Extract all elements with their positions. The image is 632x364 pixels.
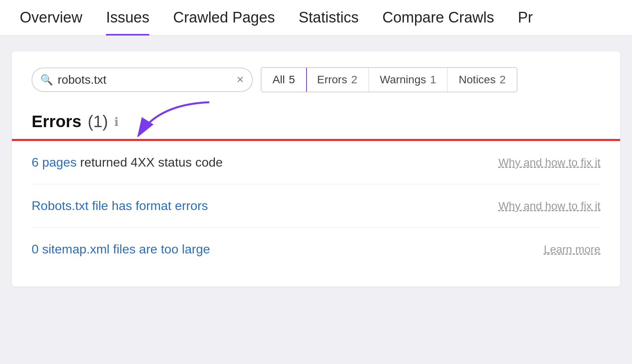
main-content: 🔍 ✕ All 5 Errors 2 Warnings 1 Noti: [0, 36, 632, 302]
fix-link-sitemap[interactable]: Learn more: [544, 243, 600, 256]
tab-statistics[interactable]: Statistics: [287, 0, 371, 36]
tab-issues[interactable]: Issues: [94, 0, 161, 36]
clear-icon[interactable]: ✕: [236, 74, 244, 85]
tab-overview[interactable]: Overview: [8, 0, 94, 36]
search-icon: 🔍: [40, 74, 53, 86]
issue-row-robots: Robots.txt file has format errors Why an…: [32, 184, 600, 228]
section-header: Errors (1) ℹ: [32, 112, 600, 131]
search-input[interactable]: [58, 73, 231, 86]
filter-notices[interactable]: Notices 2: [448, 68, 517, 92]
filter-all[interactable]: All 5: [261, 67, 307, 92]
fix-link-robots[interactable]: Why and how to fix it: [498, 200, 600, 212]
tab-pr[interactable]: Pr: [506, 0, 545, 36]
content-card: 🔍 ✕ All 5 Errors 2 Warnings 1 Noti: [12, 51, 620, 287]
issue-row-sitemap: 0 sitemap.xml files are too large Learn …: [32, 228, 600, 271]
issue-link-sitemap[interactable]: 0 sitemap.xml files are too large: [32, 242, 210, 257]
filter-warnings[interactable]: Warnings 1: [369, 68, 448, 92]
info-icon[interactable]: ℹ: [114, 115, 118, 129]
section-count: (1): [88, 112, 108, 131]
issue-link-4xx[interactable]: 6 pages returned 4XX status code: [32, 155, 223, 170]
section-title: Errors: [32, 112, 81, 131]
tab-crawled-pages[interactable]: Crawled Pages: [161, 0, 287, 36]
nav-tabs: Overview Issues Crawled Pages Statistics…: [0, 0, 632, 36]
filter-errors[interactable]: Errors 2: [306, 68, 369, 92]
tab-compare-crawls[interactable]: Compare Crawls: [371, 0, 506, 36]
search-box: 🔍 ✕: [32, 68, 253, 92]
filter-tabs: All 5 Errors 2 Warnings 1 Notices 2: [261, 67, 517, 92]
fix-link-4xx[interactable]: Why and how to fix it: [498, 156, 600, 169]
search-filter-row: 🔍 ✕ All 5 Errors 2 Warnings 1 Noti: [32, 67, 600, 92]
issue-link-robots[interactable]: Robots.txt file has format errors: [32, 199, 208, 213]
issue-row: 6 pages returned 4XX status code Why and…: [32, 141, 600, 184]
